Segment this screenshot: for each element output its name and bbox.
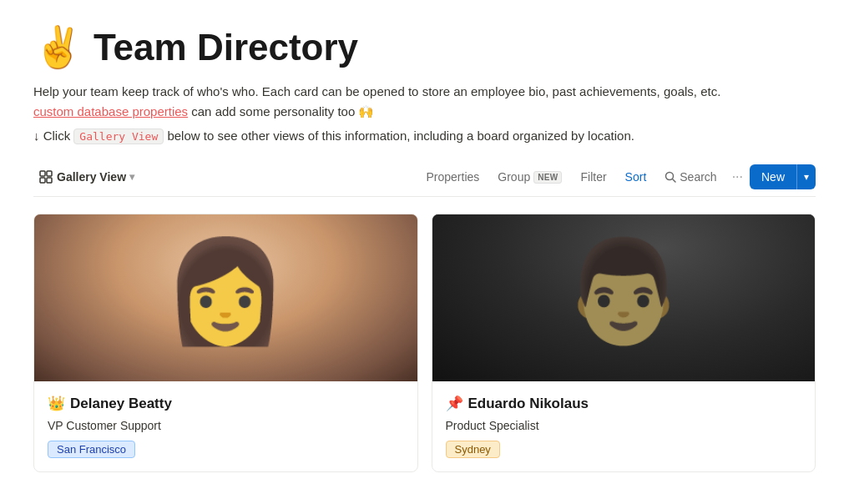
card-name-text-delaney: Delaney Beatty [70, 396, 172, 412]
properties-label: Properties [427, 170, 480, 184]
view-label: Gallery View [57, 170, 126, 184]
card-image-eduardo [432, 214, 816, 381]
properties-button[interactable]: Properties [418, 166, 488, 188]
card-emoji-delaney: 👑 [48, 395, 65, 412]
page-hint: ↓ Click Gallery View below to see other … [33, 129, 816, 144]
new-button-chevron-icon[interactable]: ▾ [797, 166, 816, 188]
gallery-view-selector[interactable]: Gallery View ▾ [33, 166, 139, 188]
group-new-badge: NEW [533, 171, 562, 184]
gallery-icon [38, 169, 53, 184]
card-role-delaney: VP Customer Support [48, 419, 404, 432]
filter-button[interactable]: Filter [572, 166, 614, 188]
description-text-1: Help your team keep track of who's who. … [33, 84, 720, 98]
card-content-delaney: 👑 Delaney Beatty VP Customer Support San… [34, 381, 417, 471]
card-image-delaney [34, 214, 417, 381]
svg-rect-1 [47, 171, 52, 176]
card-name-text-eduardo: Eduardo Nikolaus [468, 396, 589, 412]
svg-rect-0 [40, 171, 45, 176]
sort-button[interactable]: Sort [617, 166, 655, 188]
hint-prefix: ↓ Click [33, 129, 73, 143]
chevron-down-icon: ▾ [129, 171, 134, 183]
page-description: Help your team keep track of who's who. … [33, 82, 816, 122]
filter-label: Filter [580, 170, 606, 184]
card-name-delaney: 👑 Delaney Beatty [48, 395, 404, 412]
gallery-grid: 👑 Delaney Beatty VP Customer Support San… [33, 214, 816, 472]
svg-rect-2 [40, 178, 45, 183]
description-link[interactable]: custom database properties [33, 104, 188, 118]
hint-suffix: below to see other views of this informa… [164, 129, 634, 143]
card-content-eduardo: 📌 Eduardo Nikolaus Product Specialist Sy… [432, 381, 816, 471]
card-tag-delaney: San Francisco [48, 441, 135, 458]
search-label: Search [680, 170, 716, 184]
description-text-2: can add some personality too 🙌 [188, 104, 374, 118]
card-role-eduardo: Product Specialist [446, 419, 802, 432]
svg-line-5 [673, 179, 676, 183]
card-name-eduardo: 📌 Eduardo Nikolaus [446, 395, 802, 412]
page-emoji: ✌️ [33, 28, 83, 68]
sort-label: Sort [625, 170, 647, 184]
card-emoji-eduardo: 📌 [446, 395, 463, 412]
page-header: ✌️ Team Directory [33, 27, 816, 68]
group-label: Group [498, 170, 530, 184]
search-icon [665, 171, 676, 183]
page-title: Team Directory [93, 27, 358, 68]
gallery-card-eduardo[interactable]: 📌 Eduardo Nikolaus Product Specialist Sy… [432, 214, 816, 472]
toolbar-left: Gallery View ▾ [33, 166, 415, 188]
toolbar: Gallery View ▾ Properties Group NEW Filt… [33, 164, 816, 197]
svg-rect-3 [47, 178, 52, 183]
toolbar-right: Properties Group NEW Filter Sort Search … [418, 164, 816, 189]
gallery-card-delaney[interactable]: 👑 Delaney Beatty VP Customer Support San… [33, 214, 418, 472]
new-button-label: New [750, 165, 796, 189]
search-button[interactable]: Search [656, 166, 725, 188]
group-button[interactable]: Group NEW [489, 166, 570, 188]
card-tag-eduardo: Sydney [446, 441, 500, 458]
hint-badge: Gallery View [73, 129, 164, 144]
new-button[interactable]: New ▾ [750, 164, 816, 189]
more-options-button[interactable]: ··· [727, 165, 748, 189]
